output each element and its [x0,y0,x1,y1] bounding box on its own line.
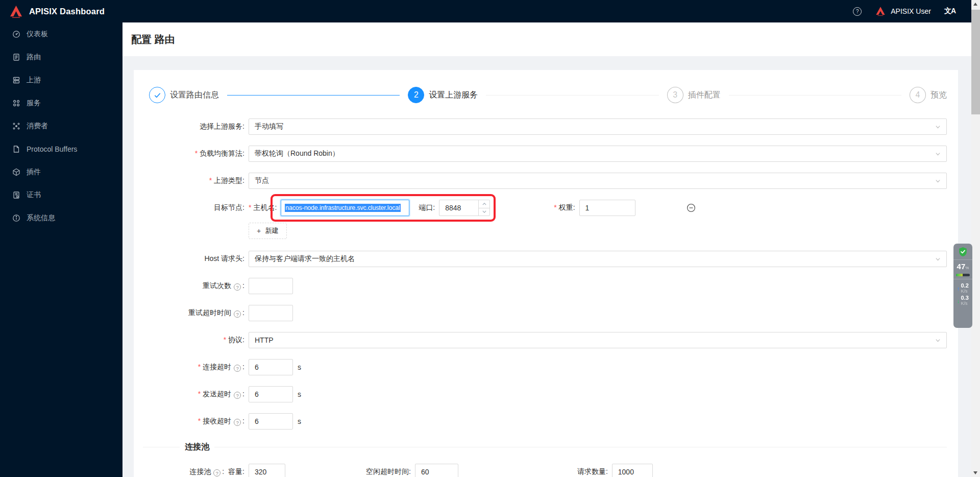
capacity-label: 容量 [228,467,242,475]
step-title: 设置上游服务 [429,90,478,101]
spinner-up-icon[interactable] [479,200,489,208]
consumers-icon [12,122,20,130]
certificate-icon [12,191,20,199]
sidebar-item-label: 系统信息 [27,213,55,223]
pool-divider: 连接池 [143,442,947,452]
label-colon: : [222,467,224,475]
sidebar-item-plugins[interactable]: 插件 [0,160,122,183]
chevron-down-icon [935,151,941,157]
input-value: 6 [255,417,259,425]
help-icon[interactable]: ? [234,283,241,291]
sidebar-item-services[interactable]: 服务 [0,91,122,114]
step-number: 3 [667,87,683,103]
scrollbar-thumb[interactable] [971,10,980,114]
form-row-connect-timeout: *连接超时?: 6 s [143,359,947,375]
label-colon: : [433,203,435,211]
upstream-type-select[interactable]: 节点 [249,173,947,189]
form-row-upstream-select: 选择上游服务: 手动填写 [143,118,947,135]
dashboard-icon [12,30,20,38]
translate-icon[interactable]: 文A [944,7,955,16]
form-row-retries: 重试次数?: [143,278,947,294]
hostname-input[interactable]: nacos-node.infrastructure.svc.cluster.lo… [281,200,409,216]
user-menu[interactable]: APISIX User [875,6,931,17]
scheme-select[interactable]: HTTP [249,332,947,348]
sidebar-item-consumers[interactable]: 消费者 [0,114,122,137]
read-timeout-input[interactable]: 6 [249,413,293,430]
question-glyph: ? [236,366,238,371]
top-navigation-bar: APISIX Dashboard ? APISIX User 文A [0,0,980,22]
help-icon[interactable]: ? [234,311,241,318]
add-node-button[interactable]: + 新建 [249,223,287,239]
app-title: APISIX Dashboard [29,7,105,16]
sidebar-item-ssl[interactable]: 证书 [0,183,122,206]
label-text: 连接超时 [203,363,231,371]
upload-speed: ↑ 0.2K/s [957,283,969,294]
weight-label: *权重: [554,203,575,212]
label-text: 负载均衡算法 [200,149,242,157]
scroll-up-icon[interactable] [973,3,977,6]
step-title: 插件配置 [688,90,721,101]
port-input[interactable]: 8848 [439,200,490,216]
chevron-down-icon [935,124,941,130]
brand[interactable]: APISIX Dashboard [0,5,122,18]
select-value: 保持与客户端请求一致的主机名 [255,254,355,264]
scroll-down-icon[interactable] [973,471,977,474]
form-row-read-timeout: *接收超时?: 6 s [143,413,947,430]
retry-timeout-input[interactable] [249,305,293,321]
upstream-select[interactable]: 手动填写 [249,118,947,135]
help-icon[interactable]: ? [213,469,220,476]
upstream-form: 选择上游服务: 手动填写 *负载均衡算法: 带权轮询（Round Robin） … [143,118,947,477]
field-label: *连接超时?: [143,363,244,372]
sidebar-item-dashboard[interactable]: 仪表板 [0,22,122,45]
stepper: 设置路由信息 2 设置上游服务 3 插件配置 4 预览 [149,87,947,103]
label-colon: : [242,467,244,475]
field-label: *协议: [143,336,244,345]
required-mark: * [198,390,201,398]
step-preview[interactable]: 4 预览 [910,87,947,103]
balancer-select[interactable]: 带权轮询（Round Robin） [249,146,947,162]
sidebar-item-system-info[interactable]: 系统信息 [0,206,122,229]
download-speed: ↓ 0.3K/s [957,295,969,306]
capacity-input[interactable]: 320 [249,464,285,477]
download-arrow-icon: ↓ [957,298,960,304]
sidebar-item-upstream[interactable]: 上游 [0,68,122,91]
label-text: 请求数量 [577,467,606,475]
sidebar-item-label: 消费者 [27,122,48,131]
weight-input[interactable]: 1 [579,200,635,216]
send-timeout-input[interactable]: 6 [249,386,293,402]
help-icon[interactable]: ? [234,365,241,372]
help-icon[interactable]: ? [234,419,241,426]
step-plugins[interactable]: 3 插件配置 [667,87,721,103]
download-unit: K/s [961,301,968,306]
remove-node-icon[interactable] [687,203,696,212]
label-text: 端口 [419,203,433,211]
spinner-down-icon[interactable] [479,208,489,216]
requests-input[interactable]: 1000 [612,464,653,477]
help-icon[interactable]: ? [853,7,862,16]
routes-icon [12,53,20,61]
required-mark: * [195,149,198,157]
step-upstream[interactable]: 2 设置上游服务 [408,87,478,103]
capacity-group: 320 [249,464,285,477]
retries-input[interactable] [249,278,293,294]
hostname-label: *主机名: [249,203,277,212]
check-icon [154,91,161,99]
select-value: 节点 [255,176,269,185]
network-monitor-widget[interactable]: 47% ↑ 0.2K/s ↓ 0.3K/s [953,244,972,328]
sidebar-item-protocol-buffers[interactable]: Protocol Buffers [0,137,122,160]
upload-value: 0.2 [961,283,969,289]
label-text: 选择上游服务 [200,122,242,130]
step-title: 设置路由信息 [170,90,219,101]
host-header-select[interactable]: 保持与客户端请求一致的主机名 [249,251,947,267]
help-icon[interactable]: ? [234,392,241,399]
sidebar-item-routes[interactable]: 路由 [0,45,122,68]
step-route-info[interactable]: 设置路由信息 [149,87,219,103]
apisix-logo-icon [9,5,23,18]
field-label: 选择上游服务: [143,122,244,131]
field-label: 目标节点: [143,203,244,212]
idle-timeout-input[interactable]: 60 [415,464,458,477]
sidebar-item-label: 路由 [27,53,41,62]
connect-timeout-input[interactable]: 6 [249,359,293,375]
proto-file-icon [12,145,20,153]
vertical-scrollbar[interactable] [971,0,980,477]
